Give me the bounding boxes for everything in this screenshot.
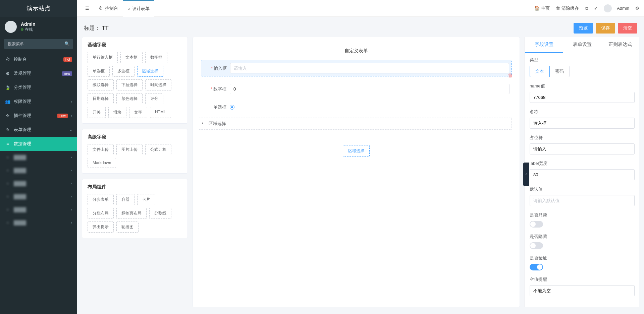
form-title-value: TT xyxy=(102,25,109,31)
field-tag[interactable]: 文件上传 xyxy=(88,144,114,155)
field-tag[interactable]: 卡片 xyxy=(137,194,155,205)
top-tab[interactable]: ⏱控制台 xyxy=(94,0,123,17)
top-tab[interactable]: ○设计表单 xyxy=(123,0,154,17)
field-tag[interactable]: 单行输入框 xyxy=(88,52,118,63)
sidebar-item-obscured[interactable]: ▪████‹ xyxy=(0,164,77,177)
collapse-handle[interactable]: ‹ xyxy=(523,163,529,186)
avatar[interactable] xyxy=(5,21,17,33)
sidebar-item[interactable]: ✈ 插件管理 new ‹ xyxy=(0,109,77,123)
field-tag[interactable]: 滑块 xyxy=(108,107,126,118)
settings-tab[interactable]: 字段设置 xyxy=(525,37,563,53)
type-option[interactable]: 密码 xyxy=(549,66,570,77)
field-tag[interactable]: 弹出提示 xyxy=(88,222,114,233)
settings-tab[interactable]: 表单设置 xyxy=(563,37,601,53)
clear-button[interactable]: 清空 xyxy=(618,23,637,34)
label-width-label: label宽度 xyxy=(530,161,635,167)
sidebar-item[interactable]: ≡ 数据管理 xyxy=(0,137,77,151)
topbar-settings-icon[interactable]: ⚙ xyxy=(635,6,639,11)
field-tag[interactable]: 文本框 xyxy=(120,52,143,63)
nav-badge: hot xyxy=(63,57,72,62)
label-width-input[interactable] xyxy=(530,169,635,180)
field-tag[interactable]: 下拉选择 xyxy=(116,79,143,90)
nav-label: 插件管理 xyxy=(14,113,54,119)
type-option[interactable]: 文本 xyxy=(530,66,550,77)
field-tag[interactable]: 文字 xyxy=(129,107,147,118)
sidebar-item-obscured[interactable]: ▪████‹ xyxy=(0,177,77,190)
field-tag[interactable]: HTML xyxy=(150,107,171,118)
sidebar-item-obscured[interactable]: ▪████‹ xyxy=(0,203,77,216)
hidden-switch[interactable] xyxy=(530,242,543,249)
nav-icon: 🍃 xyxy=(5,85,10,90)
field-tag[interactable]: 标签页布局 xyxy=(116,208,147,219)
field-tag[interactable]: 单选框 xyxy=(88,66,110,77)
canvas-field-item[interactable]: *数字框 xyxy=(201,81,512,97)
settings-tab[interactable]: 正则表达式 xyxy=(601,37,639,53)
advanced-fields-panel: 高级字段 文件上传图片上传公式计算Markdown xyxy=(82,129,188,174)
nav-icon: ✈ xyxy=(5,113,10,118)
field-tag[interactable]: 级联选择 xyxy=(88,79,114,90)
field-tag[interactable]: 分栏布局 xyxy=(88,208,114,219)
hamburger-icon[interactable]: ☰ xyxy=(82,6,93,11)
menu-search-input[interactable] xyxy=(4,39,73,49)
save-button[interactable]: 保存 xyxy=(596,23,615,34)
sidebar-item[interactable]: 🍃 分类管理 xyxy=(0,80,77,95)
field-tag[interactable]: 分步表单 xyxy=(88,194,114,205)
chevron-left-icon: ‹ xyxy=(71,195,72,198)
field-tag[interactable]: 分割线 xyxy=(149,208,171,219)
sidebar-item-obscured[interactable]: ▪████‹ xyxy=(0,190,77,203)
canvas-text-input[interactable] xyxy=(230,63,509,73)
readonly-switch[interactable] xyxy=(530,221,543,228)
canvas-field-item[interactable]: *输入框🗑 xyxy=(201,60,512,76)
canvas-field-item[interactable]: 单选框 xyxy=(201,102,512,113)
sidebar-item[interactable]: ⚙ 常规管理 new xyxy=(0,66,77,80)
field-name-input[interactable] xyxy=(530,118,635,129)
default-value-label: 默认值 xyxy=(530,186,635,192)
empty-msg-input[interactable] xyxy=(530,285,635,296)
form-canvas[interactable]: 自定义表单 *输入框🗑*数字框单选框区域选择 区域选择 xyxy=(193,37,520,307)
topbar-copy-icon[interactable]: ⧉ xyxy=(585,6,588,11)
basic-fields-panel: 基础字段 单行输入框文本框数字框单选框多选框区域选择级联选择下拉选择时间选择日期… xyxy=(82,37,188,124)
topbar-home[interactable]: 🏠 主页 xyxy=(534,5,550,11)
field-tag[interactable]: 日期选择 xyxy=(88,93,114,104)
sidebar-item[interactable]: 👥 权限管理 ‹ xyxy=(0,95,77,109)
sidebar-item-obscured[interactable]: ▪████‹ xyxy=(0,216,77,229)
nav-icon: ✎ xyxy=(5,127,10,132)
sidebar: 演示站点 Admin 在线 🔍 ⏱ 控制台 hot ⚙ 常规管理 new 🍃 分… xyxy=(0,0,77,314)
nav-label: 权限管理 xyxy=(14,99,68,105)
chevron-left-icon: ‹ xyxy=(71,155,72,159)
search-icon[interactable]: 🔍 xyxy=(64,41,70,46)
type-label: 类型 xyxy=(530,57,635,63)
canvas-region-item[interactable]: 区域选择 xyxy=(199,118,512,130)
topbar-clear-cache[interactable]: 🗑 清除缓存 xyxy=(556,5,579,11)
field-tag[interactable]: 时间选择 xyxy=(145,79,171,90)
field-tag[interactable]: 容器 xyxy=(116,194,135,205)
topbar-user[interactable]: Admin xyxy=(604,4,629,12)
default-value-input[interactable] xyxy=(530,195,635,206)
sidebar-item-obscured[interactable]: ▪████‹ xyxy=(0,151,77,164)
topbar-fullscreen-icon[interactable]: ⤢ xyxy=(594,6,598,11)
advanced-fields-title: 高级字段 xyxy=(82,129,187,144)
field-tag[interactable]: 开关 xyxy=(88,107,106,118)
brand-title[interactable]: 演示站点 xyxy=(0,0,77,17)
field-tag[interactable]: 多选框 xyxy=(112,66,135,77)
field-tag[interactable]: 数字框 xyxy=(145,52,167,63)
validate-switch[interactable] xyxy=(530,264,543,270)
field-tag[interactable]: 区域选择 xyxy=(137,66,163,77)
name-value-input[interactable] xyxy=(530,92,635,103)
field-tag[interactable]: 轮播图 xyxy=(116,222,139,233)
canvas-number-input[interactable] xyxy=(230,84,509,94)
preview-button[interactable]: 预览 xyxy=(574,23,593,34)
nav-icon: 👥 xyxy=(5,99,10,104)
canvas-radio[interactable] xyxy=(230,105,509,110)
form-title-label: 标题： xyxy=(84,25,100,32)
field-tag[interactable]: 图片上传 xyxy=(116,144,143,155)
field-tag[interactable]: 公式计算 xyxy=(145,144,171,155)
field-tag[interactable]: 评分 xyxy=(145,93,163,104)
delete-icon[interactable]: 🗑 xyxy=(508,73,513,78)
field-tag[interactable]: Markdown xyxy=(88,158,116,168)
sidebar-item[interactable]: ✎ 表单管理 ⌄ xyxy=(0,123,77,137)
field-tag[interactable]: 颜色选择 xyxy=(116,93,143,104)
field-palette: 基础字段 单行输入框文本框数字框单选框多选框区域选择级联选择下拉选择时间选择日期… xyxy=(82,37,188,307)
placeholder-input[interactable] xyxy=(530,143,635,154)
sidebar-item[interactable]: ⏱ 控制台 hot xyxy=(0,52,77,66)
